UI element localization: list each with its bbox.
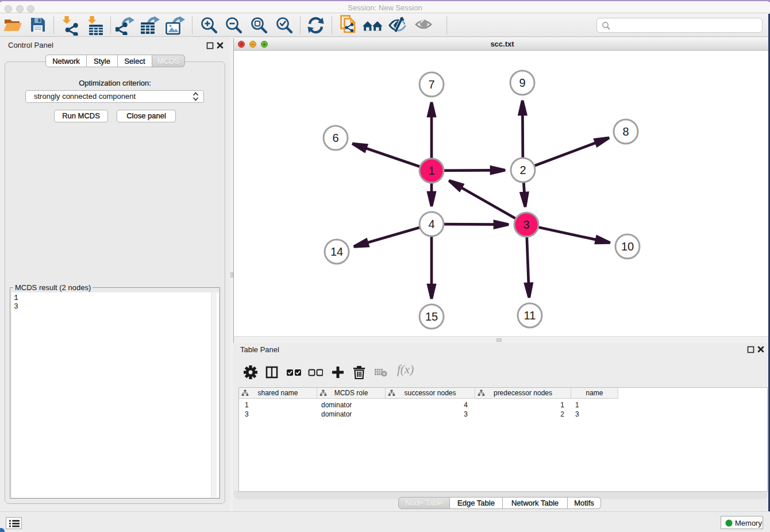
svg-text:3: 3 bbox=[523, 218, 529, 231]
svg-text:1: 1 bbox=[428, 164, 434, 177]
svg-text:6: 6 bbox=[332, 132, 338, 144]
svg-text:11: 11 bbox=[524, 309, 536, 322]
svg-text:4: 4 bbox=[428, 218, 434, 230]
svg-text:14: 14 bbox=[330, 245, 343, 258]
svg-text:7: 7 bbox=[428, 78, 434, 91]
svg-text:2: 2 bbox=[519, 164, 526, 176]
svg-text:10: 10 bbox=[621, 240, 634, 253]
svg-text:8: 8 bbox=[622, 125, 629, 138]
svg-text:15: 15 bbox=[425, 310, 438, 323]
svg-text:9: 9 bbox=[519, 76, 525, 89]
